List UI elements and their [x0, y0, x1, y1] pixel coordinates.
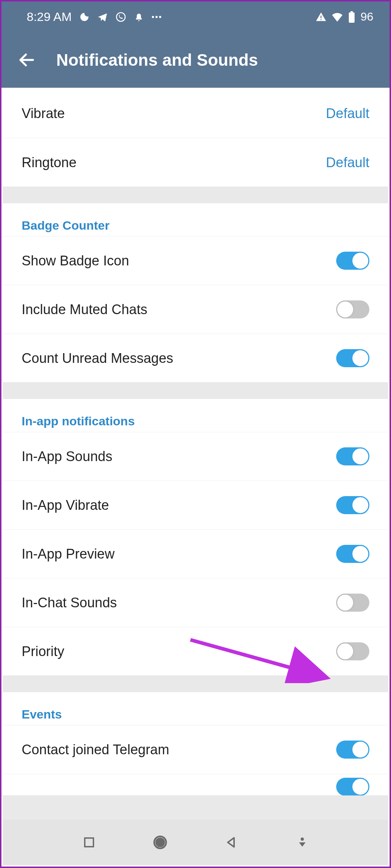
battery-percent: 96: [360, 10, 373, 23]
vibrate-row[interactable]: Vibrate Default: [3, 89, 388, 138]
svg-rect-6: [351, 11, 353, 12]
svg-rect-5: [321, 19, 322, 20]
ringtone-value: Default: [326, 155, 369, 170]
svg-point-13: [300, 838, 304, 841]
priority-toggle[interactable]: [336, 642, 369, 660]
inapp-vibrate-toggle[interactable]: [336, 496, 369, 514]
inapp-sounds-label: In-App Sounds: [22, 449, 112, 464]
inapp-preview-label: In-App Preview: [22, 546, 115, 562]
inapp-header: In-app notifications: [3, 399, 388, 432]
priority-row[interactable]: Priority: [3, 627, 388, 676]
wifi-icon: [331, 12, 343, 22]
count-unread-row[interactable]: Count Unread Messages: [3, 334, 388, 382]
cutoff-toggle[interactable]: [336, 778, 369, 795]
inapp-vibrate-row[interactable]: In-App Vibrate: [3, 481, 388, 529]
status-bar: 8:29 AM: [1, 1, 390, 32]
sound-panel: Vibrate Default Ringtone Default: [3, 89, 388, 187]
warning-icon: [316, 12, 326, 22]
inapp-preview-row[interactable]: In-App Preview: [3, 529, 388, 578]
include-muted-toggle[interactable]: [336, 300, 369, 318]
badge-panel: Badge Counter Show Badge Icon Include Mu…: [3, 203, 388, 382]
inchat-sounds-toggle[interactable]: [336, 594, 369, 612]
battery-icon: [348, 11, 355, 23]
svg-point-2: [155, 16, 158, 18]
ringtone-label: Ringtone: [22, 155, 76, 170]
svg-rect-7: [349, 12, 355, 23]
contact-joined-toggle[interactable]: [336, 741, 369, 759]
keyboard-hide-button[interactable]: [291, 832, 313, 853]
inapp-panel: In-app notifications In-App Sounds In-Ap…: [3, 399, 388, 676]
more-icon: [151, 15, 162, 19]
badge-header: Badge Counter: [3, 203, 388, 236]
contact-joined-label: Contact joined Telegram: [22, 742, 169, 758]
back-nav-button[interactable]: [220, 832, 242, 853]
events-header: Events: [3, 692, 388, 725]
svg-point-3: [159, 16, 161, 18]
ringtone-row[interactable]: Ringtone Default: [3, 138, 388, 187]
system-nav-bar: [3, 820, 388, 865]
notification-icon: [134, 12, 144, 22]
svg-point-12: [156, 838, 164, 846]
count-unread-toggle[interactable]: [336, 349, 369, 367]
cutoff-row[interactable]: hidden: [3, 774, 388, 795]
inapp-vibrate-label: In-App Vibrate: [22, 498, 109, 513]
vibrate-value: Default: [326, 106, 369, 121]
count-unread-label: Count Unread Messages: [22, 351, 173, 366]
include-muted-label: Include Muted Chats: [22, 302, 148, 317]
inchat-sounds-label: In-Chat Sounds: [22, 595, 117, 611]
inapp-sounds-row[interactable]: In-App Sounds: [3, 432, 388, 481]
svg-point-1: [152, 16, 154, 18]
settings-content: Vibrate Default Ringtone Default Badge C…: [3, 89, 388, 820]
status-time: 8:29 AM: [27, 10, 72, 24]
svg-rect-4: [321, 16, 322, 18]
svg-rect-10: [85, 838, 93, 847]
home-button[interactable]: [149, 832, 171, 853]
include-muted-row[interactable]: Include Muted Chats: [3, 285, 388, 334]
header: 8:29 AM: [1, 1, 390, 88]
inapp-preview-toggle[interactable]: [336, 545, 369, 563]
inchat-sounds-row[interactable]: In-Chat Sounds: [3, 578, 388, 627]
telegram-icon: [97, 12, 108, 22]
events-panel: Events Contact joined Telegram hidden: [3, 692, 388, 795]
contact-joined-row[interactable]: Contact joined Telegram: [3, 725, 388, 774]
priority-label: Priority: [22, 644, 64, 659]
svg-point-0: [117, 13, 125, 21]
moon-icon: [79, 12, 90, 22]
page-title: Notifications and Sounds: [56, 50, 258, 70]
show-badge-label: Show Badge Icon: [22, 253, 129, 269]
inapp-sounds-toggle[interactable]: [336, 447, 369, 465]
app-bar: Notifications and Sounds: [1, 32, 390, 88]
show-badge-row[interactable]: Show Badge Icon: [3, 236, 388, 285]
back-button[interactable]: [12, 45, 41, 74]
whatsapp-icon: [115, 11, 127, 23]
show-badge-toggle[interactable]: [336, 252, 369, 270]
vibrate-label: Vibrate: [22, 106, 65, 121]
recent-apps-button[interactable]: [78, 832, 100, 853]
